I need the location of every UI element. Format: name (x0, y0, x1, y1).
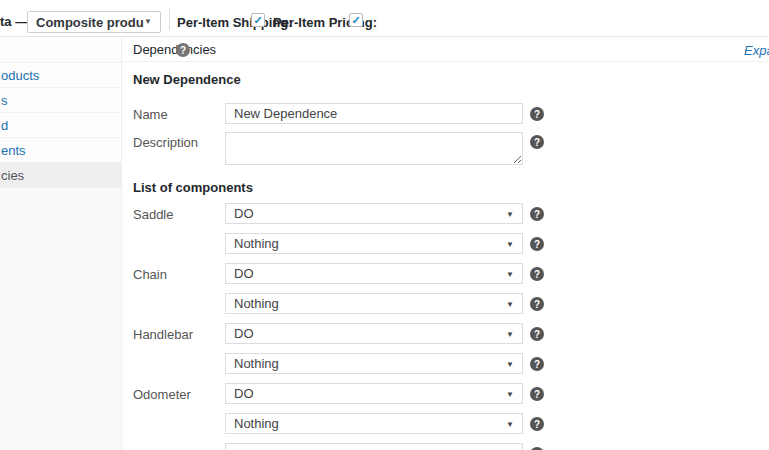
question-glyph: ? (534, 299, 540, 310)
topbar-divider (169, 8, 170, 30)
help-icon[interactable]: ? (530, 297, 544, 311)
component-label: Handlebar (133, 327, 193, 342)
component-action-select[interactable]: DO ▼ (225, 203, 523, 224)
question-glyph: ? (534, 209, 540, 220)
question-glyph: ? (534, 269, 540, 280)
chevron-down-icon: ▼ (506, 391, 514, 399)
component-action-select[interactable]: ▼ (225, 443, 523, 450)
sidebar-tab-label: ents (1, 143, 26, 158)
component-label: Chain (133, 267, 167, 282)
select-value: Nothing (234, 356, 279, 371)
description-textarea[interactable] (225, 132, 523, 165)
expand-link[interactable]: Expand (744, 43, 769, 58)
select-value: Nothing (234, 416, 279, 431)
help-icon[interactable]: ? (176, 43, 190, 57)
sidebar-tab-dependencies[interactable]: cies (0, 163, 121, 188)
chevron-down-icon: ▼ (506, 331, 514, 339)
component-target-select[interactable]: Nothing ▼ (225, 293, 523, 314)
sidebar-tab-products[interactable]: oducts (0, 63, 121, 88)
chevron-down-icon: ▼ (506, 211, 514, 219)
question-glyph: ? (534, 239, 540, 250)
product-type-select-value: Composite product (36, 15, 144, 30)
component-target-select[interactable]: Nothing ▼ (225, 353, 523, 374)
product-data-bar: ta — Composite product ▼ Per-Item Shippi… (0, 0, 769, 37)
component-action-select[interactable]: DO ▼ (225, 383, 523, 404)
chevron-down-icon: ▼ (506, 421, 514, 429)
panel-header: Dependencies ? Expand (122, 38, 769, 62)
select-value: DO (234, 206, 254, 221)
sidebar-tab-label: s (1, 93, 8, 108)
product-type-select[interactable]: Composite product ▼ (27, 11, 161, 33)
help-icon[interactable]: ? (530, 237, 544, 251)
sidebar-tab-components[interactable]: ents (0, 138, 121, 163)
new-dependence-heading: New Dependence (133, 72, 241, 87)
component-label: Odometer (133, 387, 191, 402)
select-value: DO (234, 326, 254, 341)
panel-body: New Dependence Name ? Description ? List… (122, 63, 769, 450)
question-glyph: ? (534, 137, 540, 148)
component-action-select[interactable]: DO ▼ (225, 323, 523, 344)
question-glyph: ? (534, 329, 540, 340)
question-glyph: ? (534, 359, 540, 370)
name-input[interactable] (225, 103, 523, 124)
chevron-down-icon: ▼ (506, 271, 514, 279)
help-icon[interactable]: ? (530, 267, 544, 281)
component-target-select[interactable]: Nothing ▼ (225, 413, 523, 434)
help-icon[interactable]: ? (530, 357, 544, 371)
help-icon[interactable]: ? (530, 327, 544, 341)
per-item-pricing-checkbox[interactable]: ✓ (349, 13, 363, 27)
select-value: DO (234, 266, 254, 281)
select-value: Nothing (234, 296, 279, 311)
check-icon: ✓ (351, 14, 360, 27)
help-icon[interactable]: ? (530, 135, 544, 149)
sidebar-tab-3[interactable]: d (0, 113, 121, 138)
chevron-down-icon: ▼ (506, 241, 514, 249)
dependencies-panel: Dependencies ? Expand New Dependence Nam… (122, 38, 769, 450)
question-glyph: ? (180, 45, 186, 56)
chevron-down-icon: ▼ (144, 18, 152, 26)
product-data-label: ta — (0, 14, 28, 29)
sidebar-tab-0[interactable] (0, 38, 121, 63)
question-glyph: ? (534, 109, 540, 120)
sidebar-tab-2[interactable]: s (0, 88, 121, 113)
per-item-shipping-checkbox[interactable]: ✓ (251, 13, 265, 27)
check-icon: ✓ (253, 14, 262, 27)
select-value: Nothing (234, 236, 279, 251)
help-icon[interactable]: ? (530, 107, 544, 121)
help-icon[interactable]: ? (530, 207, 544, 221)
help-icon[interactable]: ? (530, 417, 544, 431)
product-data-tabs: oducts s d ents cies (0, 38, 122, 450)
sidebar-tab-label: d (1, 118, 8, 133)
component-label: Saddle (133, 207, 173, 222)
sidebar-tab-label: oducts (1, 68, 39, 83)
component-action-select[interactable]: DO ▼ (225, 263, 523, 284)
name-label: Name (133, 107, 168, 122)
chevron-down-icon: ▼ (506, 361, 514, 369)
question-glyph: ? (534, 419, 540, 430)
description-label: Description (133, 135, 198, 150)
question-glyph: ? (534, 389, 540, 400)
panel-title: Dependencies (133, 42, 216, 57)
help-icon[interactable]: ? (530, 387, 544, 401)
component-target-select[interactable]: Nothing ▼ (225, 233, 523, 254)
list-of-components-heading: List of components (133, 180, 253, 195)
sidebar-tab-label: cies (1, 168, 24, 183)
select-value: DO (234, 386, 254, 401)
chevron-down-icon: ▼ (506, 301, 514, 309)
